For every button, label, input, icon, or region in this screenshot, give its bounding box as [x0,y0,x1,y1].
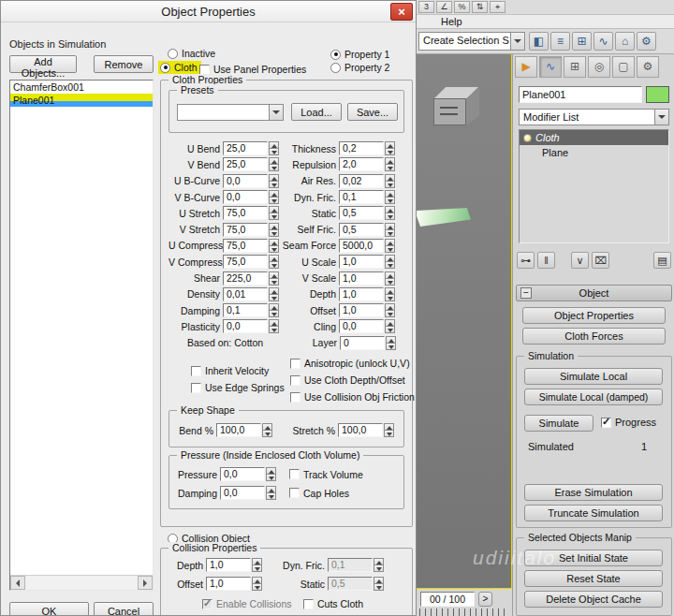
configure-modifier-sets-icon[interactable]: ▤ [653,252,671,269]
curve-editor-icon[interactable]: ∿ [593,32,613,51]
cloth-radio[interactable]: Cloth [158,61,201,74]
spin-up-icon[interactable] [385,190,395,198]
spin-up-icon[interactable] [269,190,279,198]
use-edge-springs-checkbox[interactable]: Use Edge Springs [191,382,285,393]
visibility-bulb-icon[interactable] [523,134,532,142]
spinner[interactable] [269,174,279,188]
spinner[interactable] [385,174,395,188]
viewport-plane-object[interactable] [417,208,471,227]
spinner[interactable] [269,319,279,333]
snap-toggle-icon[interactable]: 3 [418,1,434,13]
spin-down-icon[interactable] [386,344,396,350]
spin-up-icon[interactable] [269,206,279,213]
spinner[interactable] [269,206,279,220]
inactive-radio[interactable]: Inactive [168,48,215,59]
tab-create-icon[interactable]: ▶ [515,56,537,78]
param-field[interactable]: 0,0 [223,319,268,333]
spin-down-icon[interactable] [385,149,395,155]
spin-down-icon[interactable] [385,262,395,269]
spin-down-icon[interactable] [385,198,395,204]
remove-modifier-icon[interactable]: ⌧ [592,252,609,269]
spin-down-icon[interactable] [269,198,279,204]
spinner[interactable] [269,157,279,171]
cancel-button[interactable]: Cancel [94,602,154,616]
param-field[interactable]: 0,5 [339,223,384,237]
spinner[interactable] [385,206,395,220]
spin-up-icon[interactable] [262,423,272,431]
spinner[interactable] [385,223,395,237]
spinner-snap-icon[interactable]: ⇅ [472,1,488,13]
param-field[interactable]: 75,0 [223,206,268,220]
render-setup-icon[interactable]: ⚙ [637,32,656,51]
percent-snap-icon[interactable]: % [454,1,470,13]
modifier-list-dropdown[interactable]: Modifier List [519,109,669,125]
spin-down-icon[interactable] [385,295,395,301]
spin-up-icon[interactable] [385,319,395,327]
load-button[interactable]: Load... [291,103,342,121]
spin-up-icon[interactable] [385,141,395,149]
tab-modify-icon[interactable]: ∿ [539,56,562,78]
spinner[interactable] [385,190,395,204]
param-field[interactable]: 75,0 [223,255,268,269]
spinner[interactable] [269,239,279,253]
spin-down-icon[interactable] [269,246,279,253]
chevron-down-icon[interactable] [269,105,283,120]
spin-up-icon[interactable] [385,223,395,230]
spinner[interactable] [374,558,384,572]
pin-stack-icon[interactable]: ⊶ [517,252,535,269]
progress-checkbox[interactable]: Progress [601,417,656,428]
param-field[interactable]: 0,1 [223,303,268,317]
add-objects-button[interactable]: Add Objects... [9,55,77,73]
mirror-icon[interactable]: ◧ [529,32,549,51]
param-field[interactable]: 0,0 [223,174,268,188]
use-cloth-depth-offset-checkbox[interactable]: Use Cloth Depth/Offset [290,374,405,386]
spin-up-icon[interactable] [385,255,395,262]
param-field[interactable]: 0,0 [223,190,268,204]
spin-up-icon[interactable] [374,577,384,584]
align-icon[interactable]: ≡ [550,32,570,51]
checkbox-icon[interactable] [289,469,300,479]
param-field[interactable]: 0,0 [339,319,384,333]
spinner[interactable] [266,467,276,481]
param-field[interactable]: 1,0 [339,303,384,317]
object-properties-button[interactable]: Object Properties [522,307,666,324]
spin-up-icon[interactable] [269,319,279,327]
keyboard-override-icon[interactable]: ⌖ [490,1,506,13]
modifier-stack-item-cloth[interactable]: Cloth [520,130,668,145]
tab-display-icon[interactable]: ▢ [612,56,635,78]
spin-up-icon[interactable] [385,271,395,279]
spin-up-icon[interactable] [269,287,279,295]
spinner[interactable] [262,423,272,437]
spin-down-icon[interactable] [385,165,395,171]
param-field[interactable]: 0,1 [339,190,384,204]
spinner[interactable] [385,271,395,286]
checkbox-icon[interactable] [290,375,300,386]
spinner[interactable] [385,141,395,155]
property2-radio[interactable]: Property 2 [330,62,389,73]
spinner[interactable] [269,190,279,204]
truncate-simulation-button[interactable]: Truncate Simulation [524,505,663,521]
spinner[interactable] [269,141,279,155]
track-volume-checkbox[interactable]: Track Volume [289,469,363,480]
spin-down-icon[interactable] [269,262,279,269]
spin-down-icon[interactable] [269,327,279,333]
next-frame-button[interactable]: > [478,592,492,607]
spinner[interactable] [252,577,262,591]
spin-down-icon[interactable] [252,565,262,572]
spin-down-icon[interactable] [266,475,276,481]
viewport[interactable] [417,54,512,589]
param-field[interactable]: 5000,0 [339,239,384,253]
cap-holes-checkbox[interactable]: Cap Holes [289,488,349,499]
radio-icon[interactable] [160,63,170,73]
tab-hierarchy-icon[interactable]: ⊞ [564,56,586,78]
selection-set-combo[interactable]: Create Selection Se [418,32,525,51]
spin-down-icon[interactable] [269,213,279,220]
spin-up-icon[interactable] [386,336,396,344]
chevron-down-icon[interactable] [654,110,668,125]
spin-up-icon[interactable] [252,577,262,584]
pressure-field[interactable]: 0,0 [220,467,265,481]
spin-up-icon[interactable] [269,255,279,262]
param-field[interactable]: 1,0 [339,271,384,286]
spin-up-icon[interactable] [269,239,279,246]
spinner[interactable] [385,255,395,269]
